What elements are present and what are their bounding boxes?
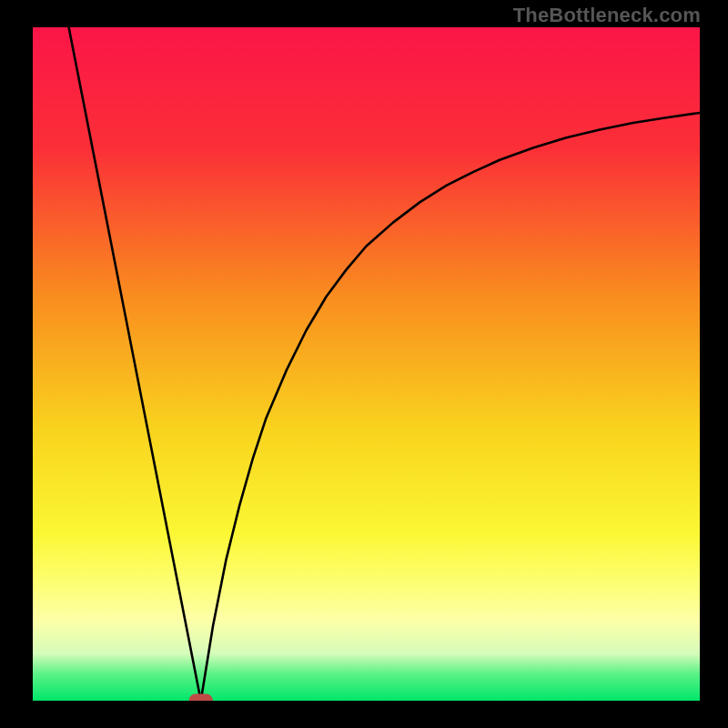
chart-svg xyxy=(33,27,700,701)
plot-area xyxy=(33,27,700,701)
watermark-text: TheBottleneck.com xyxy=(513,4,701,27)
gradient-background xyxy=(33,27,700,701)
min-marker xyxy=(189,694,213,701)
min-marker-group xyxy=(189,694,213,701)
chart-frame: TheBottleneck.com xyxy=(0,0,728,728)
